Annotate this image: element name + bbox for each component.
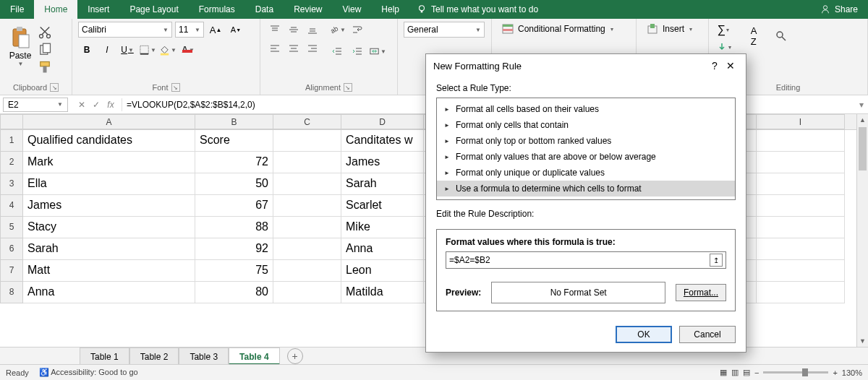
scroll-up-button[interactable]: ▲: [857, 114, 868, 126]
add-sheet-button[interactable]: +: [287, 348, 303, 364]
select-all-corner[interactable]: [0, 114, 23, 129]
tab-review[interactable]: Review: [284, 0, 332, 19]
cell[interactable]: [273, 282, 341, 303]
cell[interactable]: [273, 130, 341, 152]
fill-color-button[interactable]: ▼: [159, 42, 176, 58]
find-select-button[interactable]: [770, 22, 793, 51]
dialog-help-button[interactable]: ?: [707, 60, 723, 72]
cell[interactable]: Scarlet: [341, 195, 424, 217]
cell[interactable]: Leon: [341, 260, 424, 282]
number-format-combo[interactable]: General▼: [404, 22, 485, 38]
col-header-a[interactable]: A: [23, 114, 195, 129]
autosum-button[interactable]: ∑▾: [715, 22, 732, 38]
rule-type-item[interactable]: Format only unique or duplicate values: [437, 165, 735, 181]
cell[interactable]: James: [341, 152, 424, 173]
tell-me[interactable]: Tell me what you want to do: [409, 4, 545, 14]
cell[interactable]: 75: [195, 260, 273, 282]
col-header-c[interactable]: C: [273, 114, 341, 129]
tab-home[interactable]: Home: [34, 0, 77, 19]
insert-cells-button[interactable]: Insert▾: [642, 22, 702, 36]
cell[interactable]: 92: [195, 238, 273, 260]
accessibility-status[interactable]: ♿ Accessibility: Good to go: [39, 368, 138, 377]
tab-page-layout[interactable]: Page Layout: [119, 0, 188, 19]
cell[interactable]: 88: [195, 217, 273, 238]
cancel-button[interactable]: Cancel: [679, 326, 736, 343]
zoom-slider[interactable]: [763, 371, 828, 373]
align-middle-button[interactable]: [285, 22, 302, 38]
format-button[interactable]: Format...: [676, 284, 726, 301]
scroll-down-button[interactable]: ▼: [857, 335, 868, 347]
rule-type-item[interactable]: Format only values that are above or bel…: [437, 149, 735, 165]
cell[interactable]: [757, 195, 845, 217]
name-box[interactable]: E2▼: [3, 98, 68, 112]
cell[interactable]: Sarah: [23, 238, 195, 260]
cell[interactable]: Ella: [23, 173, 195, 195]
rule-formula-field[interactable]: [449, 255, 710, 265]
align-center-button[interactable]: [285, 40, 302, 56]
paste-button[interactable]: Paste▼: [6, 22, 35, 67]
cell[interactable]: [273, 238, 341, 260]
col-header-i[interactable]: I: [757, 114, 845, 129]
tab-view[interactable]: View: [333, 0, 372, 19]
rule-type-item[interactable]: Format only top or bottom ranked values: [437, 133, 735, 149]
sheet-tab[interactable]: Table 1: [80, 347, 129, 365]
cell[interactable]: [273, 217, 341, 238]
sheet-tab[interactable]: Table 4: [229, 347, 279, 365]
cell[interactable]: [757, 260, 845, 282]
row-header[interactable]: 5: [0, 217, 23, 238]
view-normal-button[interactable]: ▦: [720, 368, 727, 377]
font-dialog-launcher[interactable]: ↘: [171, 83, 180, 92]
collapse-dialog-button[interactable]: ↥: [710, 254, 723, 267]
enter-formula-button[interactable]: ✓: [90, 100, 103, 110]
dialog-close-button[interactable]: ✕: [723, 60, 739, 72]
cell[interactable]: 67: [195, 195, 273, 217]
tab-formulas[interactable]: Formulas: [189, 0, 245, 19]
rule-type-item[interactable]: Use a formula to determine which cells t…: [437, 181, 735, 197]
zoom-in-button[interactable]: +: [833, 368, 837, 377]
cell[interactable]: Stacy: [23, 217, 195, 238]
row-header[interactable]: 6: [0, 238, 23, 260]
sheet-tab[interactable]: Table 2: [129, 347, 179, 365]
conditional-formatting-button[interactable]: Conditional Formatting▾: [498, 22, 630, 36]
row-header[interactable]: 1: [0, 130, 23, 152]
cancel-formula-button[interactable]: ✕: [75, 100, 88, 110]
share-button[interactable]: Share: [810, 4, 868, 14]
tab-help[interactable]: Help: [371, 0, 409, 19]
cell[interactable]: Canditates w: [341, 130, 424, 152]
cell[interactable]: Matilda: [341, 282, 424, 303]
bold-button[interactable]: B: [78, 42, 95, 58]
cut-button[interactable]: [38, 26, 52, 39]
cell[interactable]: [757, 238, 845, 260]
cell[interactable]: Anna: [23, 282, 195, 303]
tab-insert[interactable]: Insert: [77, 0, 119, 19]
rule-formula-input[interactable]: ↥: [446, 251, 726, 269]
zoom-out-button[interactable]: −: [754, 368, 759, 377]
clipboard-dialog-launcher[interactable]: ↘: [50, 83, 59, 92]
sort-filter-button[interactable]: AZ: [742, 22, 765, 51]
orientation-button[interactable]: ab▼: [328, 22, 346, 38]
cell[interactable]: Matt: [23, 260, 195, 282]
rule-type-item[interactable]: Format all cells based on their values: [437, 101, 735, 117]
view-page-break-button[interactable]: ▤: [743, 368, 750, 377]
align-right-button[interactable]: [304, 40, 321, 56]
underline-button[interactable]: U▼: [119, 42, 136, 58]
font-size-combo[interactable]: 11▼: [175, 22, 204, 38]
view-page-layout-button[interactable]: ▥: [731, 368, 739, 377]
align-top-button[interactable]: [266, 22, 284, 38]
rule-type-list[interactable]: Format all cells based on their valuesFo…: [436, 98, 736, 200]
borders-button[interactable]: ▼: [139, 42, 156, 58]
row-header[interactable]: 4: [0, 195, 23, 217]
tab-data[interactable]: Data: [245, 0, 284, 19]
cell[interactable]: [757, 282, 845, 303]
font-name-combo[interactable]: Calibri▼: [78, 22, 172, 38]
cell[interactable]: [273, 260, 341, 282]
cell[interactable]: [757, 130, 845, 152]
cell[interactable]: [757, 217, 845, 238]
italic-button[interactable]: I: [98, 42, 116, 58]
decrease-indent-button[interactable]: [328, 43, 346, 59]
cell[interactable]: [757, 152, 845, 173]
cell[interactable]: [273, 173, 341, 195]
rule-type-item[interactable]: Format only cells that contain: [437, 117, 735, 133]
cell[interactable]: Mike: [341, 217, 424, 238]
tab-file[interactable]: File: [0, 0, 34, 19]
